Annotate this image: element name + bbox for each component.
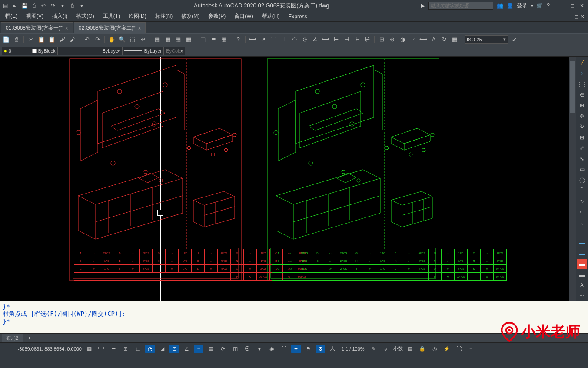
qat-new-icon[interactable]: ▤ [2,2,9,9]
drawing-area[interactable]: A▱2PCSD▱2PCSG▱1PCJ▱4PCSM▱1PCQ▱2PCS B▱1PC… [0,57,569,301]
dim-break-icon[interactable]: ⊬ [363,35,372,44]
annoauto-icon[interactable]: ⚙ [316,345,325,353]
menu-format[interactable]: 格式(O) [72,13,98,20]
cut-icon[interactable]: ✂ [27,35,35,44]
props-icon[interactable]: ▦ [153,35,162,44]
dim-diameter-icon[interactable]: ⊘ [300,35,309,44]
palette-more-icon[interactable]: ⋯ [577,291,587,301]
iso-toggle-icon[interactable]: ◢ [157,345,167,353]
doc-maximize-icon[interactable]: ◻ [574,13,578,20]
zoom-window-icon[interactable]: ⬚ [128,35,137,44]
osnap-toggle-icon[interactable]: ⊡ [169,345,179,353]
cycle-icon[interactable]: ⟳ [218,345,228,353]
redo-icon[interactable]: ↷ [93,35,102,44]
sheet-icon[interactable]: ▦ [163,35,172,44]
dimtedit-icon[interactable]: A [429,35,438,44]
cart-icon[interactable]: 🛒 [537,3,543,9]
palette-merge-icon[interactable]: ▬ [577,249,587,258]
menu-modify[interactable]: 修改(M) [177,13,204,20]
dim-arc-icon[interactable]: ⌒ [269,35,278,44]
search-play-icon[interactable]: ▶ [421,3,425,9]
menu-parametric[interactable]: 参数(P) [204,13,230,20]
workspace-switch-icon[interactable]: ✦ [291,345,301,353]
menu-window[interactable]: 窗口(W) [230,13,257,20]
dimstyle-icon[interactable]: ▦ [450,35,459,44]
lineweight-combo[interactable]: ByLayer [122,47,164,55]
infer-toggle-icon[interactable]: ⊢ [109,345,118,353]
dim-angular-icon[interactable]: ∠ [311,35,319,44]
app-exchange-icon[interactable]: ▾ [531,3,533,9]
tool-move-icon[interactable]: ✥ [577,111,587,120]
search-input[interactable] [428,2,493,10]
ortho-toggle-icon[interactable]: ∟ [133,345,143,353]
brush-icon[interactable]: 🖌 [68,35,77,44]
tool-arc-icon[interactable]: ∈ [577,90,587,99]
tool-rect-icon[interactable]: ▭ [577,164,587,174]
layer-icon[interactable]: ≣ [209,35,218,44]
signin-icon[interactable]: 👤 [507,3,513,9]
palette-split-icon[interactable]: ▬ [577,238,587,247]
vertical-scrollbar[interactable] [569,57,576,301]
document-tab-1[interactable]: 01.G068安装图(方案一)* × [1,22,73,33]
tool-line-icon[interactable]: ╱ [577,58,587,67]
qat-arrow-icon[interactable]: ▾ [59,2,66,9]
maximize-icon[interactable]: ◻ [568,3,577,9]
dim-icon[interactable]: ▦ [219,35,228,44]
menu-help[interactable]: 帮助(H) [258,13,284,20]
doc-minimize-icon[interactable]: — [567,13,572,20]
dimedit-icon[interactable]: ⟷ [419,35,428,44]
help-icon[interactable]: ? [547,3,550,9]
zoom-prev-icon[interactable]: ↩ [139,35,147,44]
doc-close-icon[interactable]: ✕ [580,13,585,20]
selection-filter-icon[interactable]: ▼ [255,345,264,353]
snap-toggle-icon[interactable]: ⋮⋮ [96,345,106,353]
tab-2-close-icon[interactable]: × [138,25,141,31]
match-icon[interactable]: 🖌 [58,35,66,44]
document-tab-2[interactable]: 02.G068安装图(方案二)* × [74,22,146,33]
tool-arc2-icon[interactable]: ⌒ [577,186,587,195]
layer-states-icon[interactable]: ≣ ByBlock ByLayer ByLayer ByColor [101,47,110,55]
dynamic-input-icon[interactable]: ⊞ [121,345,130,353]
3dosnap-icon[interactable]: ◫ [230,345,240,353]
custom-status-icon[interactable]: ≡ [466,345,476,353]
infocenter-icon[interactable]: 👥 [497,3,503,9]
dim-linear-icon[interactable]: ⟷ [248,35,257,44]
qat-print-icon[interactable]: ⎙ [69,2,76,9]
annoscale-icon[interactable]: ⛶ [279,345,289,353]
jogged-icon[interactable]: ⟋ [409,35,417,44]
lwt-toggle-icon[interactable]: ≡ [194,345,203,353]
login-label[interactable]: 登录 [517,2,527,10]
polar-toggle-icon[interactable]: ◔ [145,345,155,353]
dim-aligned-icon[interactable]: ↗ [259,35,267,44]
update-icon[interactable]: ↻ [440,35,448,44]
palette-red-icon[interactable]: ▬ [577,259,587,268]
gizmo-icon[interactable]: ◉ [267,345,276,353]
palette-gray-icon[interactable]: ▬ [577,270,587,279]
calc-icon[interactable]: ▦ [184,35,193,44]
tool-pline-icon[interactable]: ⁘ [577,69,587,78]
grid-toggle-icon[interactable]: ▦ [84,345,94,353]
zoom-icon[interactable]: 🔍 [118,35,126,44]
dim-baseline-icon[interactable]: ⊢ [332,35,340,44]
qat-more-icon[interactable]: ▾ [78,2,85,9]
dim-quick-icon[interactable]: ⟷ [321,35,330,44]
transparency-icon[interactable]: ▤ [206,345,216,353]
dynucs-icon[interactable]: ⦿ [243,345,252,353]
dim-ord-icon[interactable]: ⊥ [279,35,288,44]
tool-trim-icon[interactable]: ⊟ [577,133,587,142]
block-icon[interactable]: ◫ [199,35,207,44]
annomonitor-icon[interactable]: ⚑ [303,345,313,353]
undo-icon[interactable]: ↶ [83,35,91,44]
new-tab-button[interactable]: + [146,27,156,33]
scrollbar-thumb[interactable] [570,61,575,113]
plotstyle-combo[interactable]: ByColor [164,47,185,55]
scale-readout[interactable]: 1:1 / 100% [340,346,366,351]
dim-space-icon[interactable]: ⊩ [352,35,361,44]
qat-redo-icon[interactable]: ↷ [50,2,56,9]
hwacc-icon[interactable]: ⚡ [442,345,452,353]
pan-icon[interactable]: ✋ [107,35,116,44]
dimstyle-apply-icon[interactable]: ↙ [510,35,518,44]
inspect-icon[interactable]: ◑ [398,35,407,44]
annovisibility-icon[interactable]: 人 [328,345,337,353]
help2-icon[interactable]: ? [234,35,243,44]
